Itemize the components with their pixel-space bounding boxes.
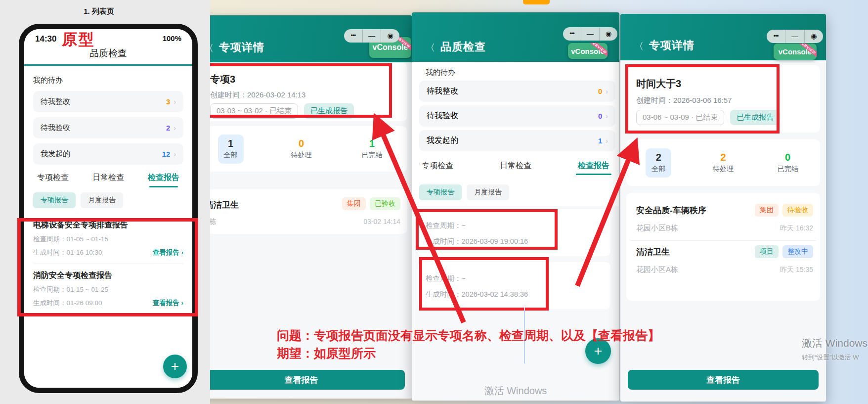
todo-count: 12 <box>162 150 171 158</box>
stat-pending[interactable]: 0 待处理 <box>266 138 337 160</box>
tab-bar: 专项检查 日常检查 检查报告 <box>422 161 609 171</box>
tab-bar: 专项检查 日常检查 检查报告 <box>33 173 183 183</box>
issue-line-1: 问题：专项报告页面没有显示专项名称、检查周期、以及【查看报告】 <box>277 326 660 344</box>
org-tag: 集团 <box>342 197 366 210</box>
tab-check-report[interactable]: 检查报告 <box>578 161 609 171</box>
stat-done[interactable]: 1 已完结 <box>337 138 407 160</box>
task-list-card: 安全品质-车辆秩序 集团 待验收 花园小区B栋 昨天 16:32 清洁卫生 项目… <box>626 193 820 301</box>
view-report-button[interactable]: 查看报告 <box>198 370 405 390</box>
more-icon[interactable]: ••• <box>563 27 581 41</box>
subtab-bar: 专项报告 月度报告 <box>419 184 509 200</box>
close-icon[interactable]: ◉ <box>804 30 823 43</box>
status-battery: 100% <box>163 34 181 44</box>
todo-count: 3 <box>166 97 170 106</box>
subtab-special-report[interactable]: 专项报告 <box>419 184 462 200</box>
tab-check-report[interactable]: 检查报告 <box>148 173 179 183</box>
issue-line-2: 期望：如原型所示 <box>277 344 660 362</box>
subtab-monthly-report[interactable]: 月度报告 <box>81 192 123 208</box>
tab-special-check[interactable]: 专项检查 <box>37 173 69 183</box>
page-title: 品质检查 <box>24 47 192 60</box>
todo-row-initiated[interactable]: 我发起的 12› <box>33 143 183 165</box>
org-tag: 项目 <box>755 245 779 258</box>
building-label: 花园小区A栋 <box>636 265 678 274</box>
stat-all[interactable]: 2 全部 <box>626 148 691 178</box>
todo-row-accept[interactable]: 待我验收 2› <box>33 117 183 138</box>
activate-windows-watermark: 激活 Windows 转到“设置”以激活 W <box>802 336 868 362</box>
miniprogram-capsule: ••• — ◉ <box>767 30 823 43</box>
status-tag: 已验收 <box>370 197 400 210</box>
more-icon[interactable]: ••• <box>344 29 362 43</box>
status-bar: 14:30 100% <box>24 29 192 44</box>
tab-daily-check[interactable]: 日常检查 <box>500 161 531 171</box>
chevron-right-icon: › <box>174 150 176 158</box>
todo-count: 1 <box>598 136 602 145</box>
vconsole-button[interactable]: vConsole WEBVIEW <box>568 43 608 59</box>
window3-title: 专项详情 <box>649 38 694 53</box>
miniprogram-capsule: ••• — ◉ <box>563 27 617 41</box>
todo-count: 0 <box>598 112 602 120</box>
chevron-right-icon: › <box>174 124 176 132</box>
add-button[interactable]: + <box>163 355 187 378</box>
annotation-box-win2-report2 <box>419 257 549 311</box>
item-time: 昨天 15:35 <box>780 266 813 274</box>
vconsole-button[interactable]: vConsole WEBVIEW <box>774 44 817 60</box>
todo-row-rectify[interactable]: 待我整改 3› <box>33 91 183 112</box>
back-icon[interactable]: 〈 <box>634 40 644 53</box>
tab-special-check[interactable]: 专项检查 <box>422 161 453 171</box>
screenshot-canvas: 1. 列表页 14:30 100% 原型 品质检查 我的待办 待我整改 3› <box>0 0 868 404</box>
annotation-box-win2-report1 <box>416 209 558 250</box>
annotation-box-prototype-reports <box>17 218 198 316</box>
stat-pending[interactable]: 2 待处理 <box>691 152 756 174</box>
annotation-box-win3-detail <box>625 64 780 134</box>
status-time: 14:30 <box>35 34 56 44</box>
miniprogram-capsule: ••• — ◉ <box>344 29 399 43</box>
close-icon[interactable]: ◉ <box>599 27 617 41</box>
divider <box>630 240 816 241</box>
subtab-special-report[interactable]: 专项报告 <box>33 192 76 208</box>
issue-annotation: 问题：专项报告页面没有显示专项名称、检查周期、以及【查看报告】 期望：如原型所示 <box>277 326 660 362</box>
back-icon[interactable]: 〈 <box>426 42 435 54</box>
prototype-panel: 1. 列表页 14:30 100% 原型 品质检查 我的待办 待我整改 3› <box>0 0 210 404</box>
close-icon[interactable]: ◉ <box>381 29 399 43</box>
view-report-button[interactable]: 查看报告 <box>628 370 819 390</box>
org-tag: 集团 <box>755 204 779 217</box>
minimize-icon[interactable]: — <box>362 29 381 43</box>
title-divider <box>24 64 192 66</box>
item-time: 03-02 14:14 <box>363 218 400 225</box>
chevron-right-icon: › <box>606 137 608 145</box>
tab-daily-check[interactable]: 日常检查 <box>92 173 124 183</box>
minimize-icon[interactable]: — <box>581 27 599 41</box>
stat-done[interactable]: 0 已完结 <box>755 152 820 174</box>
todo-count: 0 <box>598 87 602 95</box>
todo-row-accept[interactable]: 待我验收 0› <box>419 105 615 127</box>
phone-mockup: 14:30 100% 原型 品质检查 我的待办 待我整改 3› 待我验收 2› <box>19 24 198 393</box>
window1-title: 专项详情 <box>219 40 264 55</box>
status-tag: 待验收 <box>782 204 813 217</box>
todo-row-rectify[interactable]: 待我整改 0› <box>419 81 615 102</box>
minimize-icon[interactable]: — <box>785 30 804 43</box>
chevron-right-icon: › <box>606 88 608 95</box>
chevron-right-icon: › <box>174 98 176 106</box>
item-time: 昨天 16:32 <box>780 224 813 233</box>
todo-count: 2 <box>166 124 170 132</box>
stats-card: 2 全部 2 待处理 0 已完结 <box>626 139 820 186</box>
section-title: 1. 列表页 <box>0 7 198 16</box>
todo-row-initiated[interactable]: 我发起的 1› <box>419 130 615 151</box>
subtab-bar: 专项报告 月度报告 <box>33 192 183 208</box>
todo-header: 我的待办 <box>426 68 455 77</box>
top-partial-button[interactable] <box>523 0 550 4</box>
building-label: 花园小区B栋 <box>636 224 678 233</box>
phone-screen: 14:30 100% 原型 品质检查 我的待办 待我整改 3› 待我验收 2› <box>24 29 192 388</box>
todo-header: 我的待办 <box>33 76 183 85</box>
status-tag: 整改中 <box>782 245 813 258</box>
subtab-monthly-report[interactable]: 月度报告 <box>467 184 509 200</box>
activate-windows-watermark: 激活 Windows <box>412 384 619 398</box>
window2-title: 品质检查 <box>440 40 486 54</box>
task-item-card[interactable]: 清洁卫生 集团 已验收 1栋 03-02 14:14 <box>195 189 407 234</box>
stats-card: 1 全部 0 待处理 1 已完结 <box>195 126 407 172</box>
annotation-box-win1-detail <box>197 63 392 118</box>
prototype-label: 原型 <box>62 29 95 50</box>
more-icon[interactable]: ••• <box>767 30 785 43</box>
chevron-right-icon: › <box>606 112 608 120</box>
